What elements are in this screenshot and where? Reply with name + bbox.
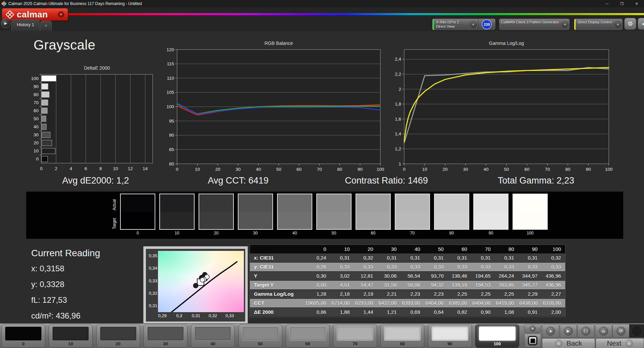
table-cell: 2,23 <box>401 289 424 298</box>
swatch-actual-target <box>473 194 508 230</box>
table-cell: 0,82 <box>448 307 471 317</box>
pattern-label: 20 <box>97 341 140 346</box>
pattern-level-button-70[interactable]: 70 <box>333 324 377 348</box>
minimize-icon[interactable]: ─ <box>600 0 614 7</box>
pattern-window-button[interactable] <box>524 334 541 348</box>
table-cell: 12,81 <box>354 271 377 280</box>
refresh-button[interactable]: ⟳ <box>612 324 630 338</box>
pattern-level-button-10[interactable]: 10 <box>49 324 93 348</box>
svg-text:1: 1 <box>398 161 401 166</box>
extra-transport-button[interactable] <box>629 324 644 338</box>
svg-text:2: 2 <box>398 87 401 92</box>
header: calman ▼ ▶ History 1 + X-Rite i1Pro 2Dir… <box>0 7 644 31</box>
swatch-label: 60 <box>356 231 391 235</box>
measurement-table: 0102030405060708090100x: CIE310,240,310,… <box>250 245 565 317</box>
table-cell: 19605,00 <box>305 298 330 307</box>
svg-text:0: 0 <box>403 167 406 172</box>
play-arrow-icon: ▶ <box>4 21 7 25</box>
cie-x-tick: 0,29 <box>158 313 166 318</box>
next-button[interactable]: Next » <box>596 338 644 348</box>
restore-icon[interactable]: ❐ <box>614 0 629 7</box>
pattern-swatch <box>195 327 231 341</box>
table-cell: 6393,00 <box>401 298 424 307</box>
grayscale-swatch: 30 <box>238 194 273 235</box>
play-button[interactable]: ▶ <box>560 324 577 338</box>
svg-text:1,4: 1,4 <box>395 131 401 136</box>
table-cell: 436,96 <box>542 271 565 280</box>
pattern-generator-dropdown[interactable]: CalMAN Client 3 Pattern Generator ▼ <box>499 18 570 30</box>
meter-badge[interactable]: 239 <box>478 19 495 30</box>
table-cell: 0,33 <box>354 262 377 271</box>
calman-menu-button[interactable]: calman ▼ <box>2 8 68 21</box>
svg-text:RGB Balance: RGB Balance <box>265 41 293 46</box>
pattern-swatch <box>242 327 279 341</box>
row-label: Target Y <box>250 280 305 289</box>
svg-text:90: 90 <box>586 167 591 172</box>
svg-text:2,4: 2,4 <box>395 57 401 62</box>
pattern-label: 50 <box>239 341 282 346</box>
logo-dropdown-icon[interactable]: ▼ <box>58 11 64 18</box>
summary-stat: Avg dE2000: 1,2 <box>62 176 129 186</box>
table-cell: 2,25 <box>471 289 495 298</box>
grayscale-swatch-strip: Actual Target 0102030405060708090100 <box>26 192 623 239</box>
table-column-header: 10 <box>330 245 354 253</box>
table-cell: 0,33 <box>377 262 401 271</box>
svg-text:80: 80 <box>34 92 39 97</box>
pattern-level-button-50[interactable]: 50 <box>238 324 282 348</box>
close-icon[interactable]: ✕ <box>629 0 644 7</box>
table-cell: 6404,00 <box>424 298 448 307</box>
pattern-level-button-100[interactable]: 100 <box>475 324 519 348</box>
collapse-panel-button[interactable]: ◀ <box>638 18 644 30</box>
table-cell: 2,23 <box>424 289 448 298</box>
history-nav-button[interactable]: ▶ <box>1 18 10 28</box>
tab-history-1[interactable]: History 1 <box>11 19 40 31</box>
pattern-swatch <box>337 327 373 341</box>
pattern-level-button-60[interactable]: 60 <box>286 324 330 348</box>
table-cell: 2,19 <box>354 289 377 298</box>
table-cell: 14,47 <box>354 280 377 289</box>
swatch-label: 90 <box>473 231 508 235</box>
grayscale-swatch: 70 <box>395 194 430 235</box>
pattern-page-up-button[interactable]: ▲ <box>524 324 541 333</box>
pattern-level-button-80[interactable]: 80 <box>380 324 424 348</box>
svg-text:8: 8 <box>99 166 102 171</box>
table-cell: 2,29 <box>518 289 542 298</box>
stop-button[interactable]: ■ <box>542 324 559 338</box>
back-button[interactable]: « Back <box>542 338 595 348</box>
add-tab-button[interactable]: + <box>40 21 52 31</box>
play-icon: ▶ <box>564 327 573 336</box>
frame-button[interactable]: [··] <box>577 324 594 338</box>
swatch-actual-target <box>159 194 195 230</box>
swatch-actual-target <box>356 194 391 230</box>
pattern-level-button-90[interactable]: 90 <box>428 324 472 348</box>
table-column-header: 0 <box>305 245 330 253</box>
chevron-down-icon[interactable]: ▼ <box>614 21 621 28</box>
pattern-level-button-30[interactable]: 30 <box>144 324 187 348</box>
svg-text:80: 80 <box>337 167 342 172</box>
svg-text:90: 90 <box>358 167 363 172</box>
meter-dropdown[interactable]: X-Rite i1Pro 2Direct View ▼ 239 <box>432 18 496 30</box>
grayscale-swatch: 50 <box>316 194 352 235</box>
pattern-bar: 0102030405060708090100 ▲ ■▶[··]∞⟳ « Back… <box>0 323 644 348</box>
calman-logo-text: calman <box>17 9 48 20</box>
settings-button[interactable]: ⚙ <box>624 18 636 30</box>
chevron-down-icon[interactable]: ▼ <box>470 21 477 28</box>
swatch-actual-target <box>434 194 469 230</box>
table-row: x: CIE310,240,310,320,310,310,310,310,31… <box>250 253 565 262</box>
pattern-swatch <box>289 327 326 341</box>
reading-value: fL: 127,53 <box>31 295 100 305</box>
swatch-label: 100 <box>513 231 548 235</box>
loop-button[interactable]: ∞ <box>595 324 612 338</box>
pattern-level-button-40[interactable]: 40 <box>191 324 235 348</box>
chevron-down-icon[interactable]: ▼ <box>561 21 568 28</box>
reading-value: cd/m²: 436,96 <box>31 311 100 321</box>
pattern-level-button-20[interactable]: 20 <box>96 324 140 348</box>
table-cell: 3,02 <box>330 271 354 280</box>
gamma-loglog-chart: Gamma Log/Log11,21,41,61,822,22,40102030… <box>371 36 619 181</box>
table-cell: 263,85 <box>495 280 518 289</box>
display-control-dropdown[interactable]: Direct Display Control ▼ <box>574 18 623 30</box>
table-cell: 6438,00 <box>518 298 542 307</box>
table-cell: 0,33 <box>471 262 495 271</box>
svg-text:1,2: 1,2 <box>395 146 401 151</box>
pattern-level-button-0[interactable]: 0 <box>1 324 45 348</box>
